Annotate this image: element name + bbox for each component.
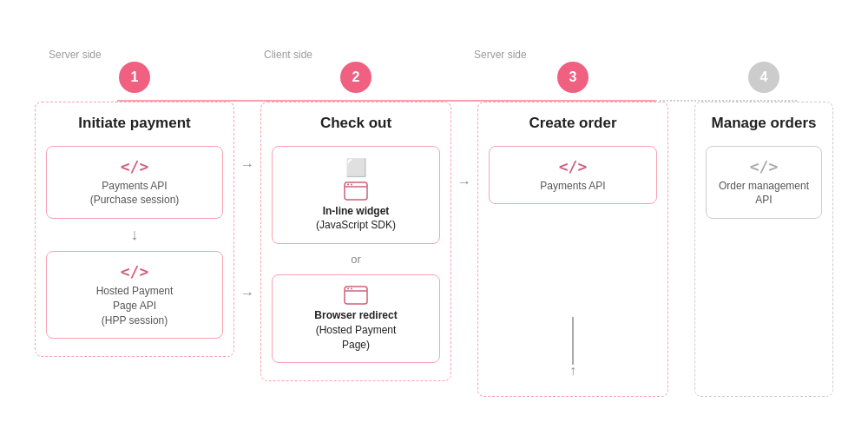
step-1-number: 1	[131, 69, 139, 85]
section-1-border: Initiate payment </> Payments API(Purcha…	[35, 102, 234, 358]
down-arrow-1: ↓	[131, 226, 139, 244]
section-4-border: Manage orders </> Order management API	[694, 102, 833, 397]
step-4-number: 4	[760, 69, 768, 85]
pink-line-1-3	[117, 100, 655, 102]
server-side-2-label: Server side	[460, 49, 527, 61]
step-4-title: Manage orders	[712, 115, 817, 132]
step-circle-1: 1	[119, 62, 150, 93]
step-circle-4: 4	[748, 62, 779, 93]
inline-widget-label: In-line widget(JavaScript SDK)	[316, 204, 396, 234]
code-icon-3: </>	[559, 157, 588, 175]
order-mgmt-label: Order management API	[715, 179, 812, 208]
step-3-number: 3	[569, 69, 577, 85]
step-1-title: Initiate payment	[78, 115, 190, 132]
arrows-col2-col3: →	[451, 109, 477, 190]
dotted-line-3-4	[655, 100, 797, 102]
inline-widget-box: ⬜ In-line widget(JavaScript SDK)	[272, 146, 440, 245]
section-2-border: Check out ⬜ In-line widget(JavaScript SD…	[260, 102, 451, 382]
code-icon-4: </>	[750, 157, 779, 175]
browser-redirect-box: Browser redirect(Hosted PaymentPage)	[272, 274, 440, 363]
hpp-api-label: Hosted PaymentPage API(HPP session)	[96, 284, 174, 327]
right-arrow-mid: →	[457, 175, 471, 190]
payments-api-box: </> Payments API(Purchase session)	[46, 146, 223, 220]
server-side-1-label: Server side	[35, 49, 102, 61]
step-2-title: Check out	[320, 115, 391, 132]
dotted-connector	[668, 109, 694, 175]
svg-point-2	[347, 183, 349, 185]
diagram-wrapper: Server side Client side Server side 1 In…	[17, 25, 851, 418]
or-divider: or	[351, 253, 361, 266]
right-arrow-top: →	[240, 157, 254, 173]
svg-point-6	[347, 288, 349, 290]
code-icon-1: </>	[121, 157, 149, 175]
order-mgmt-box: </> Order management API	[706, 146, 822, 220]
window-icon-1: ⬜	[345, 157, 367, 178]
step-circle-3: 3	[557, 62, 589, 93]
create-order-api-label: Payments API	[540, 179, 605, 194]
svg-point-3	[351, 183, 352, 185]
window-svg-1	[344, 181, 368, 201]
hpp-api-box: </> Hosted PaymentPage API(HPP session)	[46, 251, 223, 339]
step-2-number: 2	[352, 69, 360, 85]
browser-redirect-label: Browser redirect(Hosted PaymentPage)	[314, 308, 397, 352]
up-arrow-col3: ↑	[569, 300, 576, 379]
create-order-api-box: </> Payments API	[489, 146, 657, 205]
code-icon-2: </>	[121, 262, 149, 280]
step-circle-2: 2	[340, 62, 372, 93]
window-svg-2	[344, 286, 368, 305]
svg-point-7	[351, 288, 352, 290]
client-side-label: Client side	[250, 49, 312, 61]
step-3-title: Create order	[529, 115, 616, 132]
right-arrow-bottom: →	[240, 286, 254, 301]
section-3-border: Create order </> Payments API ↑	[477, 102, 668, 397]
arrows-col1-col2: → →	[234, 109, 260, 319]
payments-api-label: Payments API(Purchase session)	[90, 179, 180, 208]
